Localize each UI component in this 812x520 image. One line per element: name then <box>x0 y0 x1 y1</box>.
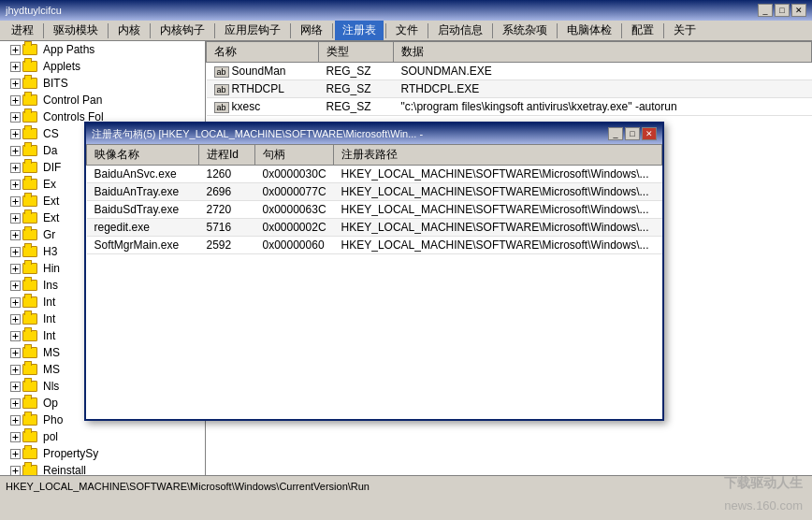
maximize-button[interactable]: □ <box>775 4 790 17</box>
tree-expand-icon-1[interactable] <box>7 59 22 74</box>
tree-expand-icon-7[interactable] <box>7 160 22 175</box>
tree-expand-icon-20[interactable] <box>7 379 22 394</box>
folder-icon-15 <box>22 296 37 308</box>
modal-process-table: 映像名称 进程Id 句柄 注册表路径 BaiduAnSvc.exe12600x0… <box>86 144 662 254</box>
modal-process-3: regedit.exe <box>87 219 199 237</box>
menu-startup[interactable]: 启动信息 <box>430 21 490 40</box>
tree-item-label-6: Da <box>43 144 57 157</box>
modal-col-handle[interactable]: 句柄 <box>255 145 334 166</box>
folder-icon-18 <box>22 347 37 358</box>
tree-expand-icon-23[interactable] <box>7 429 22 444</box>
folder-icon-14 <box>22 280 37 291</box>
tree-expand-icon-18[interactable] <box>7 345 22 360</box>
col-type-header[interactable]: 类型 <box>319 42 394 63</box>
tree-expand-icon-14[interactable] <box>7 278 22 293</box>
tree-expand-icon-10[interactable] <box>7 210 22 225</box>
tree-item-label-9: Ext <box>43 195 59 208</box>
registry-row-2[interactable]: abkxescREG_SZ"c:\program files\kingsoft … <box>207 98 812 116</box>
tree-expand-icon-25[interactable] <box>7 463 22 475</box>
tree-expand-icon-2[interactable] <box>7 76 22 91</box>
tree-expand-icon-11[interactable] <box>7 227 22 242</box>
reg-type-2: REG_SZ <box>319 98 394 116</box>
menu-sep-3 <box>150 23 151 38</box>
modal-row-0[interactable]: BaiduAnSvc.exe12600x0000030CHKEY_LOCAL_M… <box>87 166 662 183</box>
folder-icon-21 <box>22 397 37 409</box>
folder-icon-12 <box>22 246 37 257</box>
tree-expand-icon-21[interactable] <box>7 396 22 411</box>
menu-network[interactable]: 网络 <box>293 21 330 40</box>
tree-item-label-15: Int <box>43 296 55 309</box>
tree-expand-icon-24[interactable] <box>7 446 22 461</box>
tree-expand-icon-5[interactable] <box>7 126 22 141</box>
col-name-header[interactable]: 名称 <box>207 42 319 63</box>
tree-expand-icon-13[interactable] <box>7 261 22 276</box>
modal-row-4[interactable]: SoftMgrMain.exe25920x00000060HKEY_LOCAL_… <box>87 237 662 254</box>
tree-item-label-19: MS <box>43 363 60 376</box>
tree-expand-icon-22[interactable] <box>7 412 22 427</box>
menu-registry[interactable]: 注册表 <box>335 21 384 40</box>
tree-item-label-20: Nls <box>43 380 59 393</box>
tree-expand-icon-9[interactable] <box>7 194 22 209</box>
modal-row-2[interactable]: BaiduSdTray.exe27200x0000063CHKEY_LOCAL_… <box>87 201 662 219</box>
tree-item-1[interactable]: Applets <box>0 58 205 75</box>
menu-config[interactable]: 配置 <box>624 21 661 40</box>
modal-close-button[interactable]: ✕ <box>642 127 657 140</box>
menu-check[interactable]: 电脑体检 <box>559 21 619 40</box>
modal-col-path[interactable]: 注册表路径 <box>334 145 662 166</box>
folder-icon-2 <box>22 78 37 89</box>
menu-misc[interactable]: 系统杂项 <box>495 21 555 40</box>
tree-expand-icon-17[interactable] <box>7 328 22 343</box>
tree-expand-icon-8[interactable] <box>7 177 22 192</box>
menu-process[interactable]: 进程 <box>4 21 41 40</box>
modal-process-4: SoftMgrMain.exe <box>87 237 199 254</box>
tree-item-3[interactable]: Control Pan <box>0 92 205 108</box>
watermark-2: news.160.com <box>724 498 803 513</box>
modal-row-1[interactable]: BaiduAnTray.exe26960x0000077CHKEY_LOCAL_… <box>87 183 662 201</box>
tree-expand-icon-4[interactable] <box>7 109 22 124</box>
tree-expand-icon-19[interactable] <box>7 362 22 377</box>
menu-about[interactable]: 关于 <box>666 21 703 40</box>
tree-expand-icon-0[interactable] <box>7 42 22 57</box>
modal-table-container[interactable]: 映像名称 进程Id 句柄 注册表路径 BaiduAnSvc.exe12600x0… <box>86 144 662 419</box>
menu-app-hook[interactable]: 应用层钩子 <box>217 21 288 40</box>
modal-handle-1: 0x0000077C <box>255 183 334 201</box>
minimize-button[interactable]: _ <box>758 4 773 17</box>
tree-item-label-3: Control Pan <box>43 94 102 107</box>
menu-file[interactable]: 文件 <box>388 21 426 40</box>
modal-row-3[interactable]: regedit.exe57160x0000002CHKEY_LOCAL_MACH… <box>87 219 662 237</box>
folder-icon-16 <box>22 313 37 325</box>
tree-expand-icon-12[interactable] <box>7 244 22 259</box>
tree-item-0[interactable]: App Paths <box>0 41 205 58</box>
folder-icon-13 <box>22 263 37 274</box>
modal-minimize-button[interactable]: _ <box>608 127 623 140</box>
tree-item-24[interactable]: PropertySy <box>0 445 205 462</box>
folder-icon-9 <box>22 195 37 207</box>
col-data-header[interactable]: 数据 <box>394 42 812 63</box>
registry-row-0[interactable]: abSoundManREG_SZSOUNDMAN.EXE <box>207 63 812 80</box>
tree-expand-icon-15[interactable] <box>7 295 22 310</box>
close-button[interactable]: ✕ <box>791 4 806 17</box>
modal-path-1: HKEY_LOCAL_MACHINE\SOFTWARE\Microsoft\Wi… <box>334 183 662 201</box>
window-title: jhydtuylcifcu <box>6 5 62 16</box>
tree-item-label-11: Gr <box>43 228 55 241</box>
menu-sep-8 <box>428 23 428 38</box>
folder-icon-3 <box>22 94 37 106</box>
modal-col-process[interactable]: 映像名称 <box>87 145 199 166</box>
tree-item-2[interactable]: BITS <box>0 75 205 92</box>
tree-item-23[interactable]: pol <box>0 428 205 445</box>
menu-kernel[interactable]: 内核 <box>110 21 148 40</box>
folder-icon-8 <box>22 179 37 190</box>
registry-row-1[interactable]: abRTHDCPLREG_SZRTHDCPL.EXE <box>207 80 812 98</box>
menu-drivers[interactable]: 驱动模块 <box>46 21 106 40</box>
menu-kernel-hook[interactable]: 内核钩子 <box>152 21 212 40</box>
tree-expand-icon-6[interactable] <box>7 143 22 158</box>
tree-expand-icon-3[interactable] <box>7 93 22 108</box>
tree-item-label-24: PropertySy <box>43 447 98 460</box>
modal-maximize-button[interactable]: □ <box>625 127 640 140</box>
menu-sep-7 <box>385 23 386 38</box>
tree-expand-icon-16[interactable] <box>7 311 22 326</box>
tree-item-25[interactable]: Reinstall <box>0 462 205 475</box>
tree-item-label-2: BITS <box>43 77 68 90</box>
menu-sep-12 <box>663 23 664 38</box>
modal-col-pid[interactable]: 进程Id <box>199 145 255 166</box>
